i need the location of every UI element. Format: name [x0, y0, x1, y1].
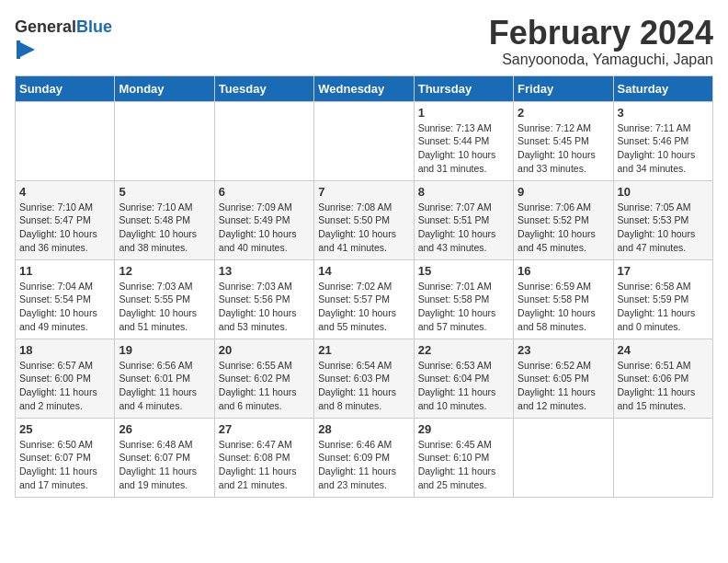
calendar-cell	[613, 418, 712, 497]
day-number: 18	[19, 343, 110, 357]
calendar-week-row: 4Sunrise: 7:10 AMSunset: 5:47 PMDaylight…	[16, 180, 713, 259]
day-info: Sunrise: 7:01 AMSunset: 5:58 PMDaylight:…	[418, 280, 509, 334]
day-info: Sunrise: 7:06 AMSunset: 5:52 PMDaylight:…	[518, 201, 609, 255]
day-number: 3	[618, 106, 709, 120]
day-info: Sunrise: 7:10 AMSunset: 5:47 PMDaylight:…	[19, 201, 110, 255]
day-number: 4	[19, 185, 110, 199]
day-number: 17	[618, 264, 709, 278]
calendar-cell: 6Sunrise: 7:09 AMSunset: 5:49 PMDaylight…	[214, 180, 313, 259]
day-info: Sunrise: 7:04 AMSunset: 5:54 PMDaylight:…	[19, 280, 110, 334]
month-title: February 2024	[489, 15, 713, 52]
calendar-cell: 12Sunrise: 7:03 AMSunset: 5:55 PMDayligh…	[115, 259, 214, 339]
day-number: 20	[219, 343, 310, 357]
day-number: 24	[618, 343, 709, 357]
calendar-week-row: 1Sunrise: 7:13 AMSunset: 5:44 PMDaylight…	[16, 101, 713, 180]
calendar-cell: 24Sunrise: 6:51 AMSunset: 6:06 PMDayligh…	[613, 339, 712, 418]
day-number: 29	[418, 422, 509, 436]
calendar-cell: 28Sunrise: 6:46 AMSunset: 6:09 PMDayligh…	[314, 418, 414, 497]
calendar-cell: 29Sunrise: 6:45 AMSunset: 6:10 PMDayligh…	[414, 418, 513, 497]
day-number: 22	[418, 343, 509, 357]
day-number: 2	[518, 106, 609, 120]
calendar-cell: 2Sunrise: 7:12 AMSunset: 5:45 PMDaylight…	[514, 101, 613, 180]
calendar-week-row: 11Sunrise: 7:04 AMSunset: 5:54 PMDayligh…	[16, 259, 713, 339]
day-info: Sunrise: 6:55 AMSunset: 6:02 PMDaylight:…	[219, 359, 310, 413]
day-number: 8	[418, 185, 509, 199]
calendar-cell: 16Sunrise: 6:59 AMSunset: 5:58 PMDayligh…	[514, 259, 613, 339]
svg-rect-1	[17, 40, 20, 59]
day-number: 28	[318, 422, 409, 436]
calendar-cell: 8Sunrise: 7:07 AMSunset: 5:51 PMDaylight…	[414, 180, 513, 259]
calendar-cell: 18Sunrise: 6:57 AMSunset: 6:00 PMDayligh…	[16, 339, 115, 418]
day-info: Sunrise: 7:10 AMSunset: 5:48 PMDaylight:…	[119, 201, 210, 255]
day-number: 11	[19, 264, 110, 278]
day-number: 5	[119, 185, 210, 199]
logo: GeneralBlue	[15, 18, 112, 66]
calendar-cell: 25Sunrise: 6:50 AMSunset: 6:07 PMDayligh…	[16, 418, 115, 497]
day-number: 14	[318, 264, 409, 278]
day-info: Sunrise: 7:11 AMSunset: 5:46 PMDaylight:…	[618, 121, 709, 176]
page-header: GeneralBlue February 2024 Sanyoonoda, Ya…	[15, 15, 713, 68]
weekday-header-saturday: Saturday	[613, 75, 712, 101]
calendar-week-row: 25Sunrise: 6:50 AMSunset: 6:07 PMDayligh…	[16, 418, 713, 497]
day-info: Sunrise: 6:45 AMSunset: 6:10 PMDaylight:…	[418, 438, 509, 492]
title-block: February 2024 Sanyoonoda, Yamaguchi, Jap…	[489, 15, 713, 68]
calendar-cell	[514, 418, 613, 497]
day-number: 7	[318, 185, 409, 199]
calendar-cell	[16, 101, 115, 180]
logo-icon	[17, 37, 42, 63]
day-number: 23	[518, 343, 609, 357]
weekday-header-wednesday: Wednesday	[314, 75, 414, 101]
calendar-cell: 14Sunrise: 7:02 AMSunset: 5:57 PMDayligh…	[314, 259, 414, 339]
calendar-cell: 9Sunrise: 7:06 AMSunset: 5:52 PMDaylight…	[514, 180, 613, 259]
calendar-cell: 21Sunrise: 6:54 AMSunset: 6:03 PMDayligh…	[314, 339, 414, 418]
day-number: 12	[119, 264, 210, 278]
calendar-cell: 26Sunrise: 6:48 AMSunset: 6:07 PMDayligh…	[115, 418, 214, 497]
calendar-cell: 27Sunrise: 6:47 AMSunset: 6:08 PMDayligh…	[214, 418, 313, 497]
calendar-cell: 10Sunrise: 7:05 AMSunset: 5:53 PMDayligh…	[613, 180, 712, 259]
day-info: Sunrise: 7:02 AMSunset: 5:57 PMDaylight:…	[318, 280, 409, 334]
weekday-header-row: SundayMondayTuesdayWednesdayThursdayFrid…	[16, 75, 713, 101]
day-info: Sunrise: 6:51 AMSunset: 6:06 PMDaylight:…	[618, 359, 709, 413]
day-number: 15	[418, 264, 509, 278]
calendar-cell	[115, 101, 214, 180]
day-info: Sunrise: 7:08 AMSunset: 5:50 PMDaylight:…	[318, 201, 409, 255]
calendar-week-row: 18Sunrise: 6:57 AMSunset: 6:00 PMDayligh…	[16, 339, 713, 418]
day-number: 1	[418, 106, 509, 120]
day-info: Sunrise: 7:12 AMSunset: 5:45 PMDaylight:…	[518, 121, 609, 176]
day-info: Sunrise: 6:54 AMSunset: 6:03 PMDaylight:…	[318, 359, 409, 413]
day-number: 19	[119, 343, 210, 357]
day-info: Sunrise: 7:03 AMSunset: 5:56 PMDaylight:…	[219, 280, 310, 334]
day-info: Sunrise: 6:46 AMSunset: 6:09 PMDaylight:…	[318, 438, 409, 492]
weekday-header-sunday: Sunday	[16, 75, 115, 101]
calendar-cell: 7Sunrise: 7:08 AMSunset: 5:50 PMDaylight…	[314, 180, 414, 259]
calendar-cell: 13Sunrise: 7:03 AMSunset: 5:56 PMDayligh…	[214, 259, 313, 339]
calendar-cell	[314, 101, 414, 180]
day-info: Sunrise: 6:48 AMSunset: 6:07 PMDaylight:…	[119, 438, 210, 492]
calendar-cell: 19Sunrise: 6:56 AMSunset: 6:01 PMDayligh…	[115, 339, 214, 418]
day-number: 10	[618, 185, 709, 199]
day-info: Sunrise: 6:52 AMSunset: 6:05 PMDaylight:…	[518, 359, 609, 413]
day-info: Sunrise: 7:07 AMSunset: 5:51 PMDaylight:…	[418, 201, 509, 255]
calendar-cell: 15Sunrise: 7:01 AMSunset: 5:58 PMDayligh…	[414, 259, 513, 339]
weekday-header-friday: Friday	[514, 75, 613, 101]
day-number: 25	[19, 422, 110, 436]
logo-general-text: General	[15, 17, 76, 36]
calendar-cell: 3Sunrise: 7:11 AMSunset: 5:46 PMDaylight…	[613, 101, 712, 180]
calendar-cell: 17Sunrise: 6:58 AMSunset: 5:59 PMDayligh…	[613, 259, 712, 339]
day-number: 6	[219, 185, 310, 199]
day-number: 26	[119, 422, 210, 436]
weekday-header-thursday: Thursday	[414, 75, 513, 101]
day-info: Sunrise: 6:50 AMSunset: 6:07 PMDaylight:…	[19, 438, 110, 492]
calendar-cell: 23Sunrise: 6:52 AMSunset: 6:05 PMDayligh…	[514, 339, 613, 418]
calendar-table: SundayMondayTuesdayWednesdayThursdayFrid…	[15, 75, 713, 498]
day-number: 27	[219, 422, 310, 436]
calendar-cell: 1Sunrise: 7:13 AMSunset: 5:44 PMDaylight…	[414, 101, 513, 180]
day-info: Sunrise: 7:03 AMSunset: 5:55 PMDaylight:…	[119, 280, 210, 334]
calendar-cell: 22Sunrise: 6:53 AMSunset: 6:04 PMDayligh…	[414, 339, 513, 418]
day-info: Sunrise: 6:53 AMSunset: 6:04 PMDaylight:…	[418, 359, 509, 413]
day-number: 9	[518, 185, 609, 199]
day-number: 13	[219, 264, 310, 278]
logo-blue-text: Blue	[76, 17, 112, 36]
location: Sanyoonoda, Yamaguchi, Japan	[489, 52, 713, 68]
day-info: Sunrise: 6:59 AMSunset: 5:58 PMDaylight:…	[518, 280, 609, 334]
